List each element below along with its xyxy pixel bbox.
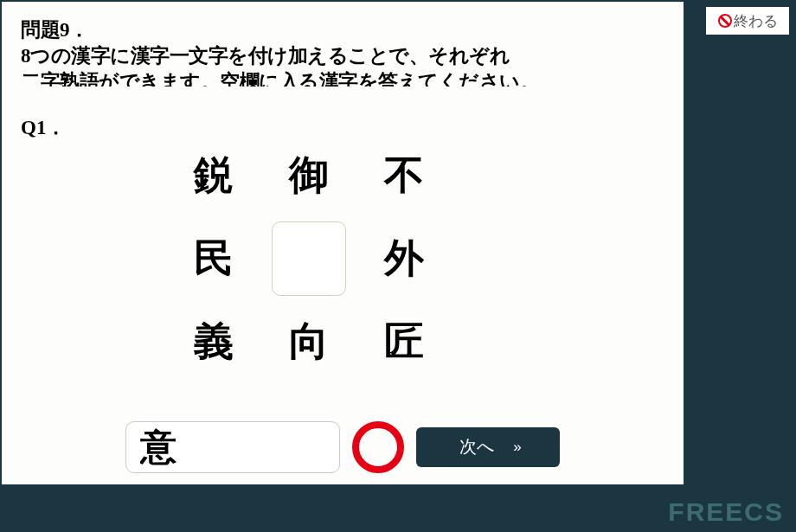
problem-text-line2-clipped: 二字熟語ができます。空欄に入る漢字を答えてください。 [21, 69, 664, 87]
kanji-mid-left: 民 [194, 232, 234, 285]
answer-row: 次へ » [21, 421, 664, 473]
next-button-label: 次へ [459, 435, 494, 458]
problem-number: 問題9． [21, 17, 664, 43]
brand-logo: FREECS [668, 497, 784, 527]
end-button[interactable]: 終わる [706, 7, 789, 35]
kanji-bottom-center: 向 [289, 315, 329, 369]
next-button[interactable]: 次へ » [416, 427, 560, 467]
end-button-label: 終わる [734, 11, 778, 31]
answer-input[interactable] [125, 421, 340, 473]
problem-text-line1: 8つの漢字に漢字一文字を付け加えることで、それぞれ [21, 43, 664, 69]
problem-header: 問題9． 8つの漢字に漢字一文字を付け加えることで、それぞれ 二字熟語ができます… [21, 17, 664, 87]
stop-icon [718, 14, 732, 28]
kanji-center-blank [272, 221, 346, 296]
kanji-grid: 鋭 御 不 民 外 義 向 匠 [166, 134, 664, 383]
kanji-top-right: 不 [384, 149, 424, 202]
quiz-paper: 問題9． 8つの漢字に漢字一文字を付け加えることで、それぞれ 二字熟語ができます… [2, 2, 684, 484]
kanji-mid-right: 外 [384, 232, 424, 285]
kanji-top-center: 御 [289, 149, 329, 202]
kanji-top-left: 鋭 [194, 149, 234, 202]
correct-mark-icon [352, 421, 404, 473]
kanji-bottom-left: 義 [194, 315, 234, 369]
kanji-bottom-right: 匠 [384, 315, 424, 369]
chevron-right-icon: » [513, 439, 516, 456]
